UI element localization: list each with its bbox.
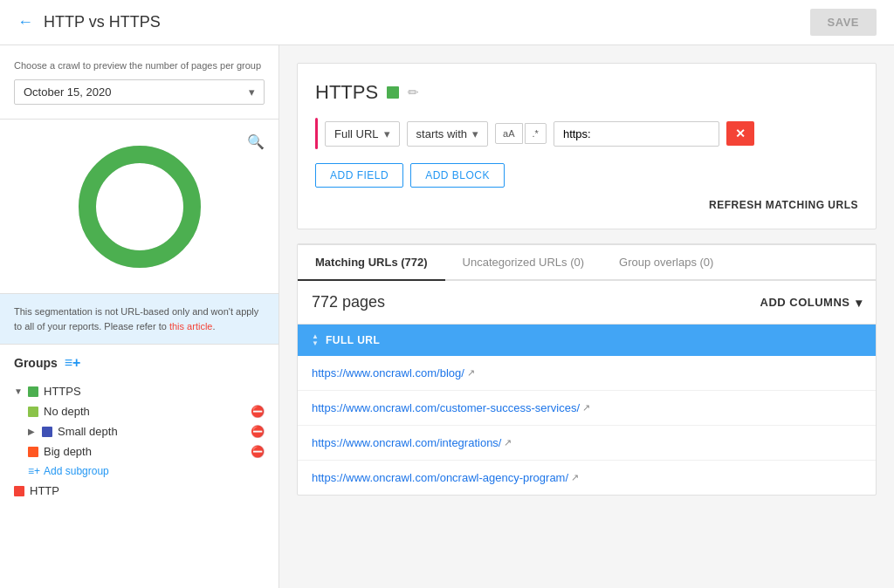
dropdown-arrow-icon: ▾ <box>249 85 255 99</box>
warning-link[interactable]: this article <box>169 321 213 332</box>
warning-box: This segmentation is not URL-based only … <box>0 294 279 345</box>
http-color-box <box>14 486 24 496</box>
results-header: 772 pages ADD COLUMNS ▾ <box>298 281 876 325</box>
save-button[interactable]: SAVE <box>810 9 877 36</box>
refresh-row: REFRESH MATCHING URLS <box>315 198 858 211</box>
table-row: https://www.oncrawl.com/blog/ ↗ <box>298 356 876 391</box>
subgroup-item-nodepth: No depth ⛔ <box>14 401 265 421</box>
subgroup-name-smalldepth: Small depth <box>58 425 251 438</box>
crawl-date-dropdown[interactable]: October 15, 2020 ▾ <box>14 79 265 105</box>
crawl-section: Choose a crawl to preview the number of … <box>0 45 279 120</box>
table-row: https://www.oncrawl.com/integrations/ ↗ <box>298 426 876 461</box>
add-group-icon[interactable]: ≡+ <box>65 355 81 371</box>
header-left: ← HTTP vs HTTPS <box>17 13 161 31</box>
sort-arrows-icon[interactable]: ▲ ▼ <box>312 333 319 347</box>
url-link[interactable]: https://www.oncrawl.com/customer-success… <box>312 401 580 414</box>
add-block-button[interactable]: ADD BLOCK <box>410 163 505 188</box>
filter-literal-button[interactable]: aA <box>495 123 522 144</box>
filter-row: Full URL ▾ starts with ▾ aA .* ✕ <box>315 118 858 149</box>
add-subgroup-icon: ≡+ <box>28 465 40 477</box>
add-columns-chevron-icon: ▾ <box>856 296 863 310</box>
sort-down-icon[interactable]: ▼ <box>312 340 319 347</box>
add-subgroup-label: Add subgroup <box>44 465 109 477</box>
filter-type-buttons: aA .* <box>495 123 547 144</box>
group-item-https: ▼ HTTPS <box>14 381 265 401</box>
main-layout: Choose a crawl to preview the number of … <box>0 45 894 588</box>
table-row: https://www.oncrawl.com/customer-success… <box>298 391 876 426</box>
filter-field-chevron-icon: ▾ <box>384 127 390 140</box>
url-link[interactable]: https://www.oncrawl.com/oncrawl-agency-p… <box>312 471 568 484</box>
warning-text: This segmentation is not URL-based only … <box>14 306 258 332</box>
no-link-icon-bigdepth: ⛔ <box>251 445 265 458</box>
url-link[interactable]: https://www.oncrawl.com/integrations/ <box>312 436 501 449</box>
group-name-http: HTTP <box>30 484 265 497</box>
filter-delete-button[interactable]: ✕ <box>726 121 754 146</box>
groups-title: Groups <box>14 356 58 370</box>
groups-header: Groups ≡+ <box>14 355 265 371</box>
back-button[interactable]: ← <box>17 13 33 31</box>
group-name-https: HTTPS <box>44 385 265 398</box>
app-header: ← HTTP vs HTTPS SAVE <box>0 0 894 45</box>
page-title: HTTP vs HTTPS <box>44 13 161 31</box>
chart-area: 🔍 <box>0 120 279 294</box>
tab-group-overlaps[interactable]: Group overlaps (0) <box>602 245 731 281</box>
nodepth-color-box <box>28 407 38 417</box>
add-subgroup-button[interactable]: ≡+ Add subgroup <box>14 462 265 481</box>
filter-actions: ADD FIELD ADD BLOCK <box>315 163 858 188</box>
edit-icon[interactable]: ✏ <box>408 85 419 100</box>
zoom-icon[interactable]: 🔍 <box>247 133 265 150</box>
filter-field-select[interactable]: Full URL ▾ <box>325 121 400 147</box>
https-card: HTTPS ✏ Full URL ▾ starts with ▾ aA .* <box>297 63 877 229</box>
results-card: Matching URLs (772) Uncategorized URLs (… <box>297 243 877 496</box>
results-count-label: 772 pages <box>312 293 385 311</box>
group-item-http: HTTP <box>14 481 265 501</box>
filter-value-input[interactable] <box>554 121 719 147</box>
crawl-label: Choose a crawl to preview the number of … <box>14 59 265 72</box>
table-row: https://www.oncrawl.com/oncrawl-agency-p… <box>298 461 876 495</box>
https-card-title: HTTPS <box>315 81 378 104</box>
https-color-indicator <box>387 86 399 99</box>
filter-operator-chevron-icon: ▾ <box>472 127 478 140</box>
https-color-box <box>28 386 38 397</box>
subgroup-name-nodepth: No depth <box>44 405 251 418</box>
bigdepth-color-box <box>28 447 38 457</box>
filter-field-label: Full URL <box>334 127 379 140</box>
external-link-icon: ↗ <box>467 367 475 379</box>
refresh-matching-urls-button[interactable]: REFRESH MATCHING URLS <box>709 199 858 211</box>
crawl-date-value: October 15, 2020 <box>24 85 111 99</box>
groups-section: Groups ≡+ ▼ HTTPS No depth ⛔ ▶ Small dep… <box>0 345 279 511</box>
donut-chart <box>70 137 210 277</box>
external-link-icon: ↗ <box>504 437 512 448</box>
subgroup-item-smalldepth: ▶ Small depth ⛔ <box>14 421 265 441</box>
no-link-icon-smalldepth: ⛔ <box>251 425 265 438</box>
subgroup-name-bigdepth: Big depth <box>44 445 251 458</box>
left-panel: Choose a crawl to preview the number of … <box>0 45 279 588</box>
filter-accent-bar <box>315 118 318 149</box>
filter-regex-button[interactable]: .* <box>525 123 547 144</box>
tabs-row: Matching URLs (772) Uncategorized URLs (… <box>298 244 876 281</box>
tab-uncategorized-urls[interactable]: Uncategorized URLs (0) <box>445 245 602 281</box>
no-link-icon-nodepth: ⛔ <box>251 405 265 418</box>
column-full-url-label: FULL URL <box>326 334 380 346</box>
filter-operator-label: starts with <box>416 127 468 140</box>
subgroup-item-bigdepth: Big depth ⛔ <box>14 441 265 462</box>
expand-smalldepth-icon[interactable]: ▶ <box>28 427 42 436</box>
expand-https-icon[interactable]: ▼ <box>14 386 28 396</box>
external-link-icon: ↗ <box>571 472 579 483</box>
filter-operator-select[interactable]: starts with ▾ <box>407 121 489 147</box>
external-link-icon: ↗ <box>582 402 590 414</box>
smalldepth-color-box <box>42 427 52 437</box>
add-columns-label: ADD COLUMNS <box>760 296 850 309</box>
right-panel: HTTPS ✏ Full URL ▾ starts with ▾ aA .* <box>279 45 894 588</box>
add-columns-button[interactable]: ADD COLUMNS ▾ <box>760 296 863 310</box>
table-header-row: ▲ ▼ FULL URL <box>298 325 876 356</box>
https-card-header: HTTPS ✏ <box>315 81 858 104</box>
url-link[interactable]: https://www.oncrawl.com/blog/ <box>312 366 464 379</box>
add-field-button[interactable]: ADD FIELD <box>315 163 403 188</box>
svg-point-1 <box>87 154 192 259</box>
tab-matching-urls[interactable]: Matching URLs (772) <box>298 245 445 281</box>
